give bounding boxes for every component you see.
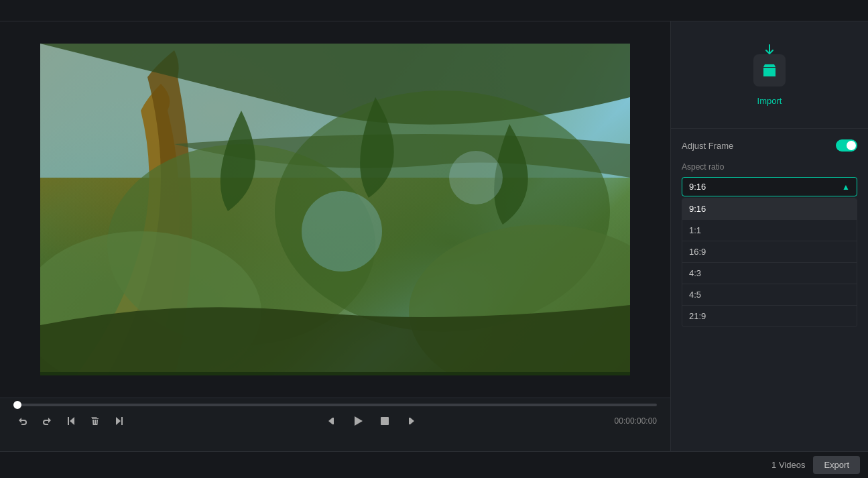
dropdown-option-9-16[interactable]: 9:16: [682, 198, 857, 220]
selected-option-text: 9:16: [689, 182, 706, 192]
redo-icon: [42, 416, 52, 426]
videos-count: 1 Videos: [771, 460, 805, 470]
dropdown-option-4-3[interactable]: 4:3: [682, 263, 857, 284]
stop-icon: [379, 416, 390, 426]
time-display: 00:00:00:00: [615, 416, 657, 426]
frame-forward-button[interactable]: [402, 412, 421, 430]
frame-back-button[interactable]: [322, 412, 340, 430]
video-player: [40, 44, 630, 375]
adjust-header: Adjust Frame: [682, 139, 857, 152]
adjust-frame-toggle[interactable]: [836, 139, 857, 152]
progress-thumb[interactable]: [13, 401, 21, 409]
video-area: 00:00:00:00: [0, 21, 670, 451]
adjust-frame-title: Adjust Frame: [682, 141, 733, 151]
video-frame-svg: [40, 44, 630, 375]
skip-back-icon: [66, 416, 76, 426]
chevron-up-icon: ▲: [842, 182, 850, 192]
video-container: [0, 21, 670, 398]
dropdown-list[interactable]: 9:16 1:1 16:9 4:3 4:5 21:9: [682, 198, 857, 327]
top-bar: [0, 0, 868, 21]
stop-button[interactable]: [375, 412, 394, 430]
dropdown-option-1-1[interactable]: 1:1: [682, 220, 857, 241]
dropdown-option-4-5[interactable]: 4:5: [682, 284, 857, 306]
right-panel: Import Adjust Frame Aspect ratio 9:16 ▲ …: [670, 21, 868, 451]
svg-rect-9: [381, 417, 389, 425]
controls-row: 00:00:00:00: [8, 409, 662, 433]
import-area[interactable]: Import: [671, 21, 868, 129]
bottom-bar: 1 Videos Export: [0, 451, 868, 478]
undo-button[interactable]: [13, 412, 32, 430]
export-button[interactable]: Export: [813, 456, 860, 474]
center-controls: [134, 412, 609, 430]
skip-forward-button[interactable]: [110, 412, 129, 430]
video-background: [40, 44, 630, 375]
dropdown-selected-value[interactable]: 9:16 ▲: [682, 177, 857, 196]
svg-rect-5: [40, 372, 630, 375]
svg-marker-8: [355, 416, 363, 426]
import-icon-background: [753, 54, 786, 86]
svg-point-6: [302, 191, 382, 272]
adjust-frame-panel: Adjust Frame Aspect ratio 9:16 ▲ 9:16 1:…: [671, 129, 868, 207]
play-button[interactable]: [349, 412, 367, 430]
frame-back-icon: [326, 416, 336, 426]
skip-forward-icon: [114, 416, 125, 426]
dropdown-option-21-9[interactable]: 21:9: [682, 306, 857, 326]
import-icon-wrap: [748, 44, 791, 86]
dropdown-option-16-9[interactable]: 16:9: [682, 241, 857, 263]
skip-back-button[interactable]: [62, 412, 80, 430]
import-label[interactable]: Import: [757, 96, 782, 106]
main-layout: 00:00:00:00 Import: [0, 21, 868, 451]
import-media-icon: [761, 62, 778, 78]
svg-point-7: [449, 151, 503, 204]
undo-icon: [17, 416, 28, 426]
delete-button[interactable]: [86, 412, 105, 430]
progress-track[interactable]: [13, 404, 657, 406]
progress-bar-container[interactable]: [8, 398, 662, 409]
controls-bar: 00:00:00:00: [0, 398, 670, 451]
play-icon: [352, 415, 364, 427]
redo-button[interactable]: [38, 412, 56, 430]
frame-forward-icon: [406, 416, 417, 426]
aspect-ratio-dropdown[interactable]: 9:16 ▲ 9:16 1:1 16:9 4:3 4:5 21:9: [682, 177, 857, 196]
trash-icon: [90, 416, 101, 426]
aspect-ratio-label: Aspect ratio: [682, 162, 857, 172]
